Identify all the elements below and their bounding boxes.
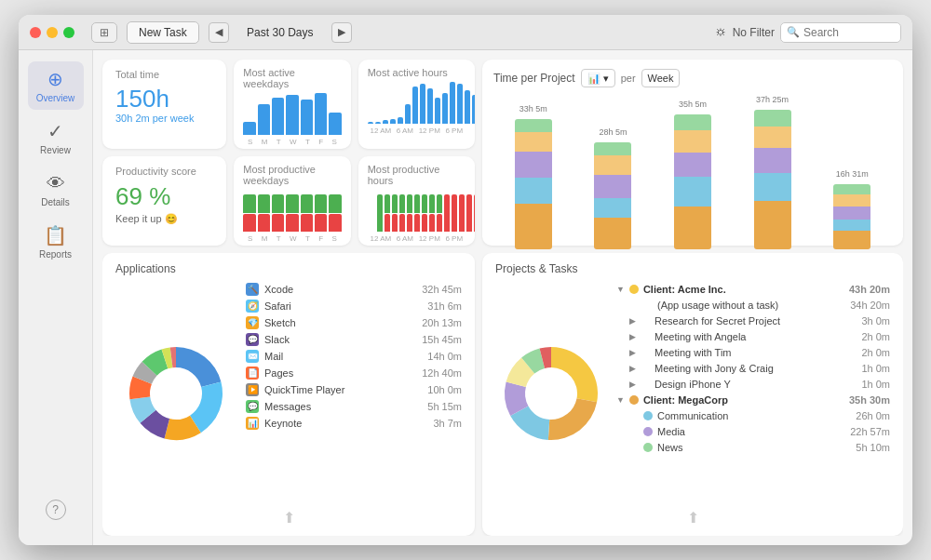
app-time: 20h 13m [422,317,462,328]
app-list-item: 🧭Safari31h 6m [246,300,462,313]
project-client-row[interactable]: ▼Client: MegaCorp35h 30m [616,393,890,407]
mixed-bar-group [452,194,457,232]
projects-share-button[interactable]: ⬆ [495,503,890,527]
mixed-bar-group [437,194,442,232]
client-name: Client: MegaCorp [643,394,844,406]
apps-donut-svg [125,342,227,445]
bar [427,88,433,124]
stacked-top-label: 37h 25m [756,95,789,104]
stacked-segment [674,130,711,152]
project-client-row[interactable]: ▼Client: Acme Inc.43h 20m [616,283,890,296]
stacked-segment [833,194,870,207]
minimize-button[interactable] [47,27,58,38]
search-box[interactable]: 🔍 [780,22,901,43]
productive-weekdays-labels: SMTWTFS [243,234,341,243]
sidebar-item-review[interactable]: ✓ Review [28,113,84,162]
app-time: 32h 45m [422,284,462,295]
task-arrow: ▶ [629,332,636,341]
help-icon: ? [46,500,66,520]
productivity-score-title: Productivity score [115,166,213,177]
mixed-bar-group [392,194,398,232]
bar [450,82,455,124]
productive-hours-labels: 12 AM6 AM12 PM6 PM [368,234,466,243]
app-time: 10h 0m [427,384,462,395]
close-button[interactable] [30,27,41,38]
sidebar: ⊕ Overview ✓ Review 👁 Details 📋 Reports … [19,50,93,545]
stacked-segment [754,173,791,201]
help-button[interactable]: ? [28,486,84,534]
bar [398,117,403,124]
main-layout: ⊕ Overview ✓ Review 👁 Details 📋 Reports … [19,50,912,545]
overview-icon: ⊕ [47,68,63,90]
mixed-bar-group [286,194,298,232]
sidebar-item-details[interactable]: 👁 Details [28,166,84,214]
bar-label: 6 AM [397,127,413,135]
sidebar-item-review-label: Review [40,145,71,155]
stacked-top-label: 16h 31m [836,169,869,179]
task-name: Meeting with Tim [654,347,857,358]
time-per-project-header: Time per Project 📊 ▾ per Week [493,69,892,87]
bar-label: T [277,138,281,146]
donut-segment [548,398,597,440]
bar [472,95,475,124]
sidebar-toggle-button[interactable]: ⊞ [91,22,117,43]
task-name: Meeting with Jony & Craig [654,363,857,374]
time-per-project-title: Time per Project [493,72,575,85]
mixed-bar-group [377,194,383,232]
app-icon: 📄 [246,367,259,380]
app-list: 🔨Xcode32h 45m🧭Safari31h 6m💎Sketch20h 13m… [246,283,462,503]
projects-card: Projects & Tasks ▼Client: Acme Inc.43h 2… [482,253,903,536]
projects-list: ▼Client: Acme Inc.43h 20m(App usage with… [616,283,890,503]
applications-card: Applications 🔨Xcode32h 45m🧭Safari31h 6m💎… [102,253,475,536]
app-time: 5h 15m [427,401,462,412]
app-icon: 💎 [246,316,259,329]
app-icon: 🔨 [246,283,259,296]
project-task-row: Media22h 57m [629,425,890,438]
app-icon: 💬 [246,333,259,346]
stacked-segment [754,110,791,127]
bottom-row: Applications 🔨Xcode32h 45m🧭Safari31h 6m💎… [102,253,903,536]
search-input[interactable] [803,26,895,39]
mixed-bar-group [429,194,435,232]
client-time: 43h 20m [849,284,890,295]
app-time: 15h 45m [422,334,462,345]
total-time-value: 150h [115,86,213,113]
task-time: 3h 0m [861,315,890,327]
new-task-button[interactable]: New Task [127,21,199,44]
projects-donut-svg [500,342,602,445]
prev-arrow-button[interactable]: ◀ [209,22,229,43]
app-icon: 💬 [246,400,259,413]
fullscreen-button[interactable] [63,27,74,38]
bar [457,84,463,124]
task-name: (App usage without a task) [657,300,845,311]
sidebar-item-reports[interactable]: 📋 Reports [28,218,84,266]
period-selector[interactable]: Week [641,69,681,87]
task-time: 1h 0m [861,363,890,374]
stacked-segment [594,175,631,198]
apps-share-button[interactable]: ⬆ [115,503,462,527]
bar-label: 6 PM [445,127,463,135]
mixed-bar-group [385,194,390,232]
sidebar-item-reports-label: Reports [39,249,72,260]
bar-label: S [248,138,252,146]
stacked-segment [833,231,870,249]
mixed-bar-group [243,194,255,232]
donut-segment [176,347,221,387]
project-task-row: ▶Design iPhone Y1h 0m [629,378,890,391]
stacked-bar [515,119,552,249]
project-selector[interactable]: 📊 ▾ [581,69,615,87]
task-arrow: ▶ [629,380,636,389]
task-time: 1h 0m [861,379,890,390]
reports-icon: 📋 [44,224,67,247]
mixed-bar-group [474,194,475,232]
bar-label: F [318,234,323,243]
next-arrow-button[interactable]: ▶ [331,22,352,43]
stats-section: Total time 150h 30h 2m per week Most act… [102,60,475,246]
projects-title: Projects & Tasks [495,262,890,275]
stacked-bar-chart: 33h 5m08/05 –08/1128h 5m08/12 –08/1835h … [493,95,892,274]
stacked-bar [754,110,791,249]
task-time: 5h 10m [856,442,890,453]
date-range-label: Past 30 Days [238,26,322,39]
sidebar-item-overview[interactable]: ⊕ Overview [28,61,84,110]
bar [420,84,425,124]
